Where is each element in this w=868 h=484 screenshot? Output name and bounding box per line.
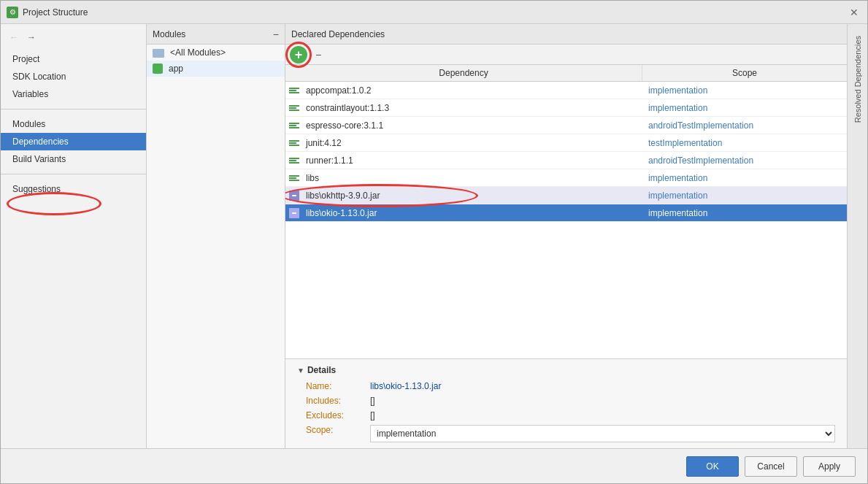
cancel-button[interactable]: Cancel	[745, 456, 797, 477]
table-row[interactable]: libs\okio-1.13.0.jar implementation	[285, 204, 847, 222]
dep-name: junit:4.12	[303, 135, 642, 151]
back-button[interactable]: ←	[7, 30, 21, 45]
dep-scope: implementation	[642, 170, 847, 186]
lib-icon	[285, 173, 303, 183]
modules-header-label: Modules	[153, 29, 185, 39]
lib-icon	[285, 103, 303, 113]
dep-scope: implementation	[642, 188, 847, 204]
deps-toolbar: + −	[285, 45, 847, 65]
modules-minus-btn[interactable]: −	[273, 28, 279, 40]
dep-scope: androidTestImplementation	[642, 153, 847, 169]
excludes-label: Excludes:	[306, 410, 364, 420]
dep-col-header: Dependency	[285, 65, 642, 81]
resolved-sidebar: Resolved Dependencies	[847, 24, 867, 448]
project-structure-dialog: ⚙ Project Structure ✕ ← → Project SDK Lo…	[0, 0, 868, 484]
includes-value: []	[370, 396, 835, 406]
table-row[interactable]: espresso-core:3.1.1 androidTestImplement…	[285, 117, 847, 134]
dep-scope: implementation	[642, 205, 847, 221]
sidebar-item-suggestions[interactable]: Suggestions	[1, 180, 146, 198]
sidebar-nav: ← →	[1, 27, 146, 47]
title-bar: ⚙ Project Structure ✕	[1, 1, 867, 24]
sidebar-section-2: Modules Dependencies Build Variants	[1, 112, 146, 171]
lib-icon	[285, 120, 303, 131]
deps-header: Declared Dependencies	[285, 24, 847, 45]
module-item-app[interactable]: app	[147, 61, 285, 77]
dep-name: espresso-core:3.1.1	[303, 118, 642, 134]
app-icon: ⚙	[7, 7, 18, 18]
dialog-content: ← → Project SDK Location Variables Modul…	[1, 24, 867, 448]
deps-header-label: Declared Dependencies	[291, 29, 385, 39]
sidebar-item-dependencies[interactable]: Dependencies	[1, 133, 146, 150]
resolved-label[interactable]: Resolved Dependencies	[853, 30, 862, 128]
module-all-label: <All Modules>	[170, 47, 226, 58]
sidebar-section-3: Suggestions	[1, 177, 146, 201]
sidebar-divider-2	[1, 174, 146, 174]
dep-name: libs\okhttp-3.9.0.jar	[303, 188, 642, 204]
details-title: Details	[307, 365, 336, 375]
sidebar-item-variables[interactable]: Variables	[1, 85, 146, 103]
remove-dependency-button[interactable]: −	[310, 47, 326, 63]
scope-dropdown-row: implementation api compileOnly runtimeOn…	[370, 425, 835, 442]
excludes-value: []	[370, 410, 835, 420]
module-item-all[interactable]: <All Modules>	[147, 45, 285, 61]
sidebar-item-build-variants[interactable]: Build Variants	[1, 150, 146, 168]
scope-select[interactable]: implementation api compileOnly runtimeOn…	[370, 425, 835, 442]
modules-panel-header: Modules −	[147, 24, 285, 45]
close-button[interactable]: ✕	[847, 5, 861, 20]
dep-name: libs	[303, 170, 642, 186]
dep-scope: implementation	[642, 82, 847, 99]
dep-scope: androidTestImplementation	[642, 118, 847, 134]
sidebar-item-sdk-location[interactable]: SDK Location	[1, 68, 146, 85]
lib-icon	[285, 138, 303, 148]
dep-name: libs\okio-1.13.0.jar	[303, 205, 642, 221]
lib-icon	[285, 155, 303, 166]
name-value: libs\okio-1.13.0.jar	[370, 381, 835, 391]
name-label: Name:	[306, 381, 364, 391]
sidebar-section-1: Project SDK Location Variables	[1, 47, 146, 106]
add-circle-icon: +	[290, 46, 307, 64]
dep-name: runner:1.1.1	[303, 153, 642, 169]
scope-label: Scope:	[306, 425, 364, 442]
jar-icon	[285, 208, 303, 218]
table-row[interactable]: junit:4.12 testImplementation	[285, 134, 847, 152]
deps-table: Dependency Scope appcompat:1.0.2 impleme…	[285, 65, 847, 358]
scope-col-header: Scope	[642, 65, 847, 81]
modules-panel: Modules − <All Modules> app	[147, 24, 285, 448]
deps-panel: Declared Dependencies +	[285, 24, 847, 448]
ok-button[interactable]: OK	[686, 456, 739, 477]
forward-button[interactable]: →	[24, 30, 39, 45]
table-row[interactable]: runner:1.1.1 androidTestImplementation	[285, 152, 847, 169]
details-header[interactable]: ▼ Details	[297, 365, 835, 375]
sidebar-item-project[interactable]: Project	[1, 50, 146, 68]
table-row[interactable]: libs\okhttp-3.9.0.jar implementation	[285, 187, 847, 204]
main-area: Modules − <All Modules> app	[147, 24, 867, 448]
add-dependency-button[interactable]: +	[288, 45, 309, 65]
details-grid: Name: libs\okio-1.13.0.jar Includes: [] …	[297, 381, 835, 442]
details-collapse-icon: ▼	[297, 366, 304, 374]
dep-name: appcompat:1.0.2	[303, 82, 642, 99]
module-app-label: app	[169, 64, 183, 74]
apply-button[interactable]: Apply	[803, 456, 856, 477]
table-row[interactable]: constraintlayout:1.1.3 implementation	[285, 99, 847, 117]
deps-table-header: Dependency Scope	[285, 65, 847, 82]
app-module-icon	[153, 64, 163, 74]
add-btn-wrapper: +	[288, 45, 309, 65]
two-column-layout: Modules − <All Modules> app	[147, 24, 867, 448]
modules-list: <All Modules> app	[147, 45, 285, 448]
title-bar-text: Project Structure	[23, 7, 847, 18]
dep-name: constraintlayout:1.1.3	[303, 100, 642, 116]
table-row[interactable]: appcompat:1.0.2 implementation	[285, 82, 847, 99]
dep-scope: testImplementation	[642, 135, 847, 151]
sidebar-item-modules[interactable]: Modules	[1, 115, 146, 133]
jar-icon	[285, 191, 303, 201]
details-section: ▼ Details Name: libs\okio-1.13.0.jar Inc…	[285, 358, 847, 448]
table-row[interactable]: libs implementation	[285, 169, 847, 187]
left-sidebar: ← → Project SDK Location Variables Modul…	[1, 24, 147, 448]
includes-label: Includes:	[306, 396, 364, 406]
lib-icon	[285, 85, 303, 96]
dep-scope: implementation	[642, 100, 847, 116]
folder-icon	[153, 49, 164, 58]
sidebar-divider-1	[1, 109, 146, 110]
bottom-bar: OK Cancel Apply	[1, 448, 867, 483]
